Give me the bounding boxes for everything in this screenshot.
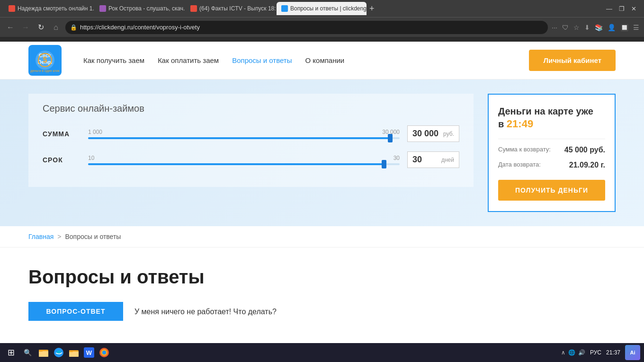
sum-min: 1 000 xyxy=(88,129,102,135)
breadcrumb: Главная > Вопросы и ответы xyxy=(0,226,644,247)
date-value: 21.09.20 г. xyxy=(569,161,605,169)
new-tab-button[interactable]: + xyxy=(369,4,375,14)
reload-button[interactable]: ↻ xyxy=(35,23,46,32)
term-range: 10 30 xyxy=(88,155,400,161)
close-button[interactable]: ✕ xyxy=(631,5,636,12)
edge-icon xyxy=(54,347,64,358)
tray-arrow[interactable]: ∧ xyxy=(561,349,565,356)
more-button[interactable]: ··· xyxy=(552,24,557,31)
sum-value: 30 000 xyxy=(412,129,443,139)
window-controls: — ❐ ✕ xyxy=(606,5,640,12)
tab-favicon-4 xyxy=(281,5,288,12)
tray-icons: ∧ 🌐 🔊 xyxy=(561,349,585,356)
site-header: Click Dengi $ деньги в один клик Как пол… xyxy=(0,42,644,79)
tab-favicon-1 xyxy=(9,5,15,12)
forward-button[interactable]: → xyxy=(20,23,31,32)
card-title-text: Деньги на карте уже xyxy=(498,106,593,116)
tab-favicon-3 xyxy=(190,5,197,12)
word-icon: W xyxy=(84,347,94,358)
term-row: СРОК 10 30 30 дней xyxy=(43,151,459,168)
tab-favicon-2 xyxy=(99,5,106,12)
svg-rect-12 xyxy=(69,352,79,357)
sync-button[interactable]: 👤 xyxy=(608,24,616,31)
get-money-button[interactable]: ПОЛУЧИТЬ ДЕНЬГИ xyxy=(498,180,605,201)
page-title-section: Вопросы и ответы xyxy=(0,247,644,297)
firefox-icon xyxy=(99,347,109,358)
minimize-button[interactable]: — xyxy=(606,5,612,12)
tab-title-4: Вопросы и ответы | clickdengi xyxy=(290,5,367,12)
address-bar-wrap[interactable]: 🔒 xyxy=(65,21,548,34)
taskbar-file-explorer[interactable] xyxy=(37,346,50,359)
term-value: 30 xyxy=(412,155,441,165)
tab-4[interactable]: Вопросы и ответы | clickdengi ✕ xyxy=(277,2,367,15)
main-nav: Как получить заем Как оплатить заем Вопр… xyxy=(83,56,529,64)
sum-slider-wrap: 1 000 30 000 xyxy=(88,129,400,139)
info-card: Деньги на карте уже в 21:49 Сумма к возв… xyxy=(488,94,616,212)
taskbar-folder[interactable] xyxy=(67,346,80,359)
logo-icon: Click Dengi $ деньги в один клик xyxy=(28,45,62,76)
tab-2[interactable]: Рок Острова - слушать, скач... ✕ xyxy=(95,2,185,15)
sum-row: СУММА 1 000 30 000 30 000 руб. xyxy=(43,125,459,142)
start-button[interactable]: ⊞ xyxy=(4,347,18,358)
tab-1[interactable]: Надежда смотреть онлайн 1... ✕ xyxy=(4,2,94,15)
tab-3[interactable]: (64) Факты ICTV - Выпуск 18:4... ✕ xyxy=(186,2,276,15)
nav-about[interactable]: О компании xyxy=(305,56,344,64)
search-button[interactable]: 🔍 xyxy=(21,346,34,359)
maximize-button[interactable]: ❐ xyxy=(619,5,625,12)
search-icon: 🔍 xyxy=(24,349,32,356)
sum-range: 1 000 30 000 xyxy=(88,129,400,135)
taskbar-edge[interactable] xyxy=(52,346,65,359)
taskbar-word[interactable]: W xyxy=(82,346,96,359)
breadcrumb-separator: > xyxy=(57,233,61,240)
sum-value-box: 30 000 руб. xyxy=(407,125,459,142)
breadcrumb-home[interactable]: Главная xyxy=(28,233,54,240)
toolbar-actions: ··· 🛡 ☆ ⬇ 📚 👤 🔲 ☰ xyxy=(552,24,639,31)
card-title: Деньги на карте уже в 21:49 xyxy=(498,105,605,131)
tab-title-3: (64) Факты ICTV - Выпуск 18:4... xyxy=(199,5,276,12)
sum-thumb[interactable] xyxy=(388,134,393,142)
term-track[interactable] xyxy=(88,163,400,165)
library-button[interactable]: 📚 xyxy=(595,24,603,31)
svg-text:$: $ xyxy=(43,56,47,64)
home-button[interactable]: ⌂ xyxy=(50,23,62,32)
cabinet-button[interactable]: Личный кабинет xyxy=(529,50,616,71)
card-time: 21:49 xyxy=(507,118,533,130)
address-input[interactable] xyxy=(80,24,543,31)
container-button[interactable]: 🔲 xyxy=(620,24,628,31)
tray-volume[interactable]: 🔊 xyxy=(578,349,585,356)
browser-chrome: Надежда смотреть онлайн 1... ✕ Рок Остро… xyxy=(0,0,644,42)
bookmark-button[interactable]: ☆ xyxy=(573,24,580,31)
svg-rect-8 xyxy=(39,351,48,357)
svg-point-18 xyxy=(102,351,106,354)
term-min: 10 xyxy=(88,155,94,161)
taskbar-clock: 21:37 xyxy=(606,349,620,357)
date-label: Дата возврата: xyxy=(498,161,541,169)
browser-toolbar: ← → ↻ ⌂ 🔒 ··· 🛡 ☆ ⬇ 📚 👤 🔲 ☰ xyxy=(0,17,644,37)
taskbar: ⊞ 🔍 xyxy=(0,343,644,362)
nav-loan-get[interactable]: Как получить заем xyxy=(83,56,144,64)
ai-badge[interactable]: Ai xyxy=(625,345,640,360)
extensions-button[interactable]: ☰ xyxy=(633,24,639,31)
loan-calculator: Сервис онлайн-займов СУММА 1 000 30 000 … xyxy=(28,94,474,187)
back-button[interactable]: ← xyxy=(5,23,16,32)
file-explorer-icon xyxy=(38,347,49,358)
folder-icon xyxy=(69,347,79,358)
card-divider xyxy=(498,139,605,139)
nav-loan-pay[interactable]: Как оплатить заем xyxy=(158,56,219,64)
logo-wrap[interactable]: Click Dengi $ деньги в один клик xyxy=(28,45,64,76)
card-title-prefix: в xyxy=(498,119,507,129)
sum-unit: руб. xyxy=(443,131,454,137)
calc-title: Сервис онлайн-займов xyxy=(43,103,459,114)
download-button[interactable]: ⬇ xyxy=(584,24,590,31)
faq-tag[interactable]: ВОПРОС-ОТВЕТ xyxy=(28,302,123,321)
shield-button[interactable]: 🛡 xyxy=(562,24,569,31)
tray-network[interactable]: 🌐 xyxy=(568,349,575,356)
nav-faq[interactable]: Вопросы и ответы xyxy=(232,56,292,64)
term-max: 30 xyxy=(394,155,400,161)
svg-text:деньги в один клик: деньги в один клик xyxy=(30,69,60,73)
taskbar-firefox[interactable] xyxy=(98,346,111,359)
term-thumb[interactable] xyxy=(382,160,386,168)
return-value: 45 000 руб. xyxy=(564,146,605,154)
faq-section: ВОПРОС-ОТВЕТ У меня ничего не работает! … xyxy=(0,297,644,330)
sum-track[interactable] xyxy=(88,137,400,139)
